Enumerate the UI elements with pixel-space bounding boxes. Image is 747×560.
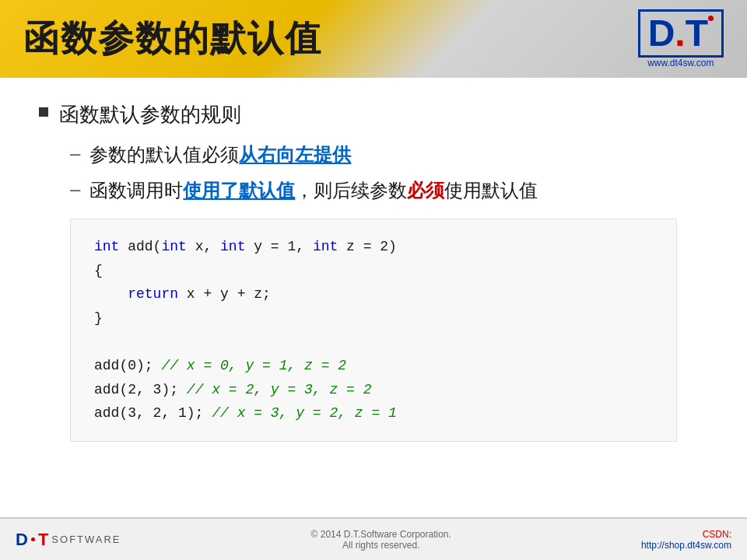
code-call-3: add(3, 2, 1); xyxy=(94,405,212,421)
logo-t: T xyxy=(686,15,708,52)
code-line-6: add(2, 3); // x = 2, y = 3, z = 2 xyxy=(94,378,653,402)
code-return: return xyxy=(128,286,178,302)
code-call-2: add(2, 3); xyxy=(94,382,187,397)
sub-bullet-2-text: 函数调用时使用了默认值，则后续参数必须使用默认值 xyxy=(89,178,538,203)
footer-copyright: © 2014 D.T.Software Corporation. xyxy=(311,529,451,540)
footer-url: http://shop.dt4sw.com xyxy=(641,540,731,551)
header: 函数参数的默认值 D . T www.dt4sw.com xyxy=(0,0,747,78)
code-normal-4: z = 2) xyxy=(338,239,397,254)
sub-bullet-2: – 函数调用时使用了默认值，则后续参数必须使用默认值 xyxy=(70,178,708,203)
code-normal-2: x, xyxy=(187,239,220,254)
bullet-main: 函数默认参数的规则 xyxy=(39,101,708,128)
footer-logo-dot-icon xyxy=(31,537,35,541)
code-brace-open: { xyxy=(94,263,103,278)
logo-separator: . xyxy=(675,15,685,52)
logo-website: www.dt4sw.com xyxy=(647,58,714,68)
code-call-1: add(0); xyxy=(94,358,161,373)
code-comment-1: // x = 0, y = 1, z = 2 xyxy=(161,358,346,373)
footer-logo-d: D xyxy=(16,530,28,550)
code-int-4: int xyxy=(313,239,338,254)
code-int-3: int xyxy=(220,239,245,254)
bullet-main-text: 函数默认参数的规则 xyxy=(59,101,241,128)
dash-icon: – xyxy=(70,142,80,164)
code-line-empty xyxy=(94,330,653,354)
footer-logo-t: T xyxy=(38,530,48,550)
sub-bullet-1-text: 参数的默认值必须从右向左提供 xyxy=(89,142,351,167)
code-normal-3: y = 1, xyxy=(245,239,312,254)
code-line-7: add(3, 2, 1); // x = 3, y = 2, z = 1 xyxy=(94,401,653,425)
footer-center: © 2014 D.T.Software Corporation. All rig… xyxy=(311,529,451,551)
sub-bullet-2-suffix: 使用默认值 xyxy=(444,180,538,201)
sub-bullet-2-prefix: 函数调用时 xyxy=(89,180,183,201)
footer-csdn: CSDN: xyxy=(703,529,731,540)
sub-bullet-1: – 参数的默认值必须从右向左提供 xyxy=(70,142,708,167)
code-comment-3: // x = 3, y = 2, z = 1 xyxy=(212,405,397,421)
footer-rights: All rights reserved. xyxy=(311,540,451,551)
code-return-body: x + y + z; xyxy=(178,286,271,302)
footer-right: CSDN: http://shop.dt4sw.com xyxy=(641,529,731,551)
code-line-1: int add(int x, int y = 1, int z = 2) xyxy=(94,235,653,259)
code-line-5: add(0); // x = 0, y = 1, z = 2 xyxy=(94,354,653,378)
bullet-square-icon xyxy=(39,107,48,117)
code-line-2: { xyxy=(94,259,653,283)
bullet-section: 函数默认参数的规则 – 参数的默认值必须从右向左提供 – 函数调用时使用了默认值… xyxy=(39,101,708,203)
footer-logo: D T SOFTWARE xyxy=(16,530,121,550)
main-content: 函数默认参数的规则 – 参数的默认值必须从右向左提供 – 函数调用时使用了默认值… xyxy=(0,78,747,481)
sub-bullet-2-middle: ，则后续参数 xyxy=(295,180,407,201)
code-brace-close: } xyxy=(94,310,103,326)
footer: D T SOFTWARE © 2014 D.T.Software Corpora… xyxy=(0,517,747,560)
dash-icon-2: – xyxy=(70,178,80,200)
code-indent xyxy=(94,286,128,302)
logo-dot-icon xyxy=(708,16,714,21)
code-block: int add(int x, int y = 1, int z = 2) { r… xyxy=(70,219,677,442)
code-int-2: int xyxy=(161,239,186,254)
sub-bullet-1-highlight: 从右向左提供 xyxy=(239,144,351,165)
logo-d: D xyxy=(648,15,675,52)
page-title: 函数参数的默认值 xyxy=(23,15,322,63)
code-normal-1: add( xyxy=(128,239,161,254)
logo-area: D . T www.dt4sw.com xyxy=(638,9,724,68)
sub-bullet-1-prefix: 参数的默认值必须 xyxy=(89,144,239,165)
footer-logo-software: SOFTWARE xyxy=(51,534,121,545)
logo-box: D . T xyxy=(638,9,724,58)
code-int-1: int xyxy=(94,239,119,254)
code-line-4: } xyxy=(94,306,653,331)
sub-bullet-2-highlight2: 必须 xyxy=(407,180,444,201)
sub-bullet-2-highlight1: 使用了默认值 xyxy=(183,180,295,201)
code-comment-2: // x = 2, y = 3, z = 2 xyxy=(187,382,372,397)
code-line-3: return x + y + z; xyxy=(94,282,653,306)
